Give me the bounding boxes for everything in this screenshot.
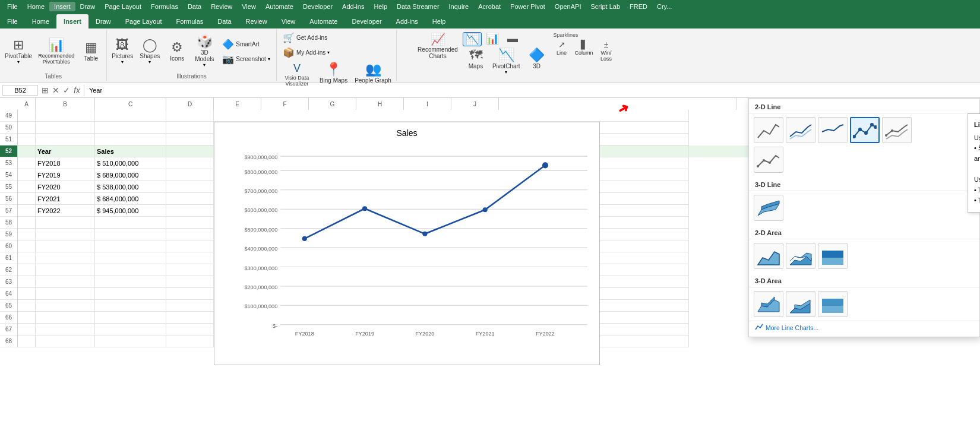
menu-file[interactable]: File bbox=[2, 2, 23, 11]
sales-chart[interactable]: Sales $- $100,000,000 $200,000,000 $300,… bbox=[214, 122, 600, 365]
cell-b57[interactable]: FY2022 bbox=[36, 205, 95, 217]
cell-d55[interactable] bbox=[166, 181, 214, 193]
formula-input[interactable] bbox=[87, 86, 978, 95]
cell-b53[interactable]: FY2018 bbox=[36, 157, 95, 169]
tab-insert[interactable]: Insert bbox=[56, 14, 88, 29]
line-with-markers-btn[interactable] bbox=[850, 117, 880, 143]
menu-developer[interactable]: Developer bbox=[298, 2, 337, 11]
menu-inquire[interactable]: Inquire bbox=[444, 2, 474, 11]
cell-b56[interactable]: FY2021 bbox=[36, 193, 95, 205]
people-graph-button[interactable]: 👥 People Graph bbox=[352, 62, 394, 88]
menu-openapi[interactable]: OpenAPI bbox=[550, 2, 586, 11]
cell-d52[interactable] bbox=[166, 145, 214, 157]
recommended-pivottables-button[interactable]: 📊 RecommendedPivotTables bbox=[36, 37, 77, 66]
icons-button[interactable]: ⚙ Icons bbox=[164, 40, 190, 63]
menu-scriptlab[interactable]: Script Lab bbox=[586, 2, 625, 11]
line-chart-btn[interactable] bbox=[754, 117, 783, 143]
my-addins-button[interactable]: 📦 My Add-ins ▾ bbox=[279, 46, 333, 59]
cell-b55[interactable]: FY2020 bbox=[36, 181, 95, 193]
chart-3d-button[interactable]: 🔷 3D bbox=[524, 48, 550, 76]
stacked-area-btn[interactable] bbox=[786, 243, 815, 269]
line-chart-button[interactable]: 📉 bbox=[463, 32, 482, 46]
tab-addins-menu[interactable]: Add-ins bbox=[389, 14, 425, 29]
cell-d49[interactable] bbox=[166, 110, 214, 122]
more-line-charts-link[interactable]: More Line Charts... bbox=[749, 321, 979, 337]
cell-a51[interactable] bbox=[18, 134, 36, 145]
tab-pagelayout[interactable]: Page Layout bbox=[118, 14, 169, 29]
cell-b51[interactable] bbox=[36, 134, 95, 145]
expand-formula-icon[interactable]: ⊞ bbox=[40, 86, 50, 95]
100pct-stacked-line-markers-btn[interactable] bbox=[754, 147, 783, 173]
get-addins-button[interactable]: 🛒 Get Add-ins bbox=[279, 31, 331, 45]
line-sparkline-button[interactable]: ↗ Line bbox=[552, 39, 571, 63]
menu-review[interactable]: Review bbox=[206, 2, 237, 11]
menu-formulas[interactable]: Formulas bbox=[146, 2, 183, 11]
pivottable-button[interactable]: ⊞ PivotTable ▾ bbox=[2, 37, 34, 66]
menu-view[interactable]: View bbox=[237, 2, 261, 11]
menu-fred[interactable]: FRED bbox=[625, 2, 652, 11]
cell-d50[interactable] bbox=[166, 122, 214, 134]
cell-a49[interactable] bbox=[18, 110, 36, 122]
confirm-formula-icon[interactable]: ✓ bbox=[62, 86, 71, 95]
tab-draw[interactable]: Draw bbox=[88, 14, 118, 29]
cell-c56[interactable]: $ 684,000,000 bbox=[95, 193, 166, 205]
menu-cry[interactable]: Cry... bbox=[652, 2, 676, 11]
cell-d56[interactable] bbox=[166, 193, 214, 205]
cancel-formula-icon[interactable]: ✕ bbox=[51, 86, 61, 95]
menu-pagelayout[interactable]: Page Layout bbox=[100, 2, 146, 11]
cell-d54[interactable] bbox=[166, 169, 214, 181]
menu-acrobat[interactable]: Acrobat bbox=[473, 2, 505, 11]
tab-review[interactable]: Review bbox=[239, 14, 274, 29]
tab-file[interactable]: File bbox=[0, 14, 25, 29]
tab-view[interactable]: View bbox=[274, 14, 303, 29]
cell-b50[interactable] bbox=[36, 122, 95, 134]
column-chart-button[interactable]: 📊 bbox=[483, 32, 502, 46]
shapes-button[interactable]: ◯ Shapes ▾ bbox=[137, 37, 163, 66]
menu-draw[interactable]: Draw bbox=[75, 2, 100, 11]
cell-c52[interactable]: Sales bbox=[95, 145, 166, 157]
tab-data[interactable]: Data bbox=[210, 14, 238, 29]
cell-b54[interactable]: FY2019 bbox=[36, 169, 95, 181]
bar-chart-button[interactable]: ▬ bbox=[503, 32, 522, 46]
100pct-area-btn[interactable] bbox=[818, 243, 848, 269]
stacked-line-markers-btn[interactable] bbox=[882, 117, 912, 143]
cell-d57[interactable] bbox=[166, 205, 214, 217]
bing-maps-button[interactable]: 📍 Bing Maps bbox=[317, 62, 350, 88]
table-button[interactable]: ▦ Table bbox=[78, 40, 104, 63]
stacked-line-btn[interactable] bbox=[786, 117, 815, 143]
cell-d53[interactable] bbox=[166, 157, 214, 169]
cell-c49[interactable] bbox=[95, 110, 166, 122]
cell-d51[interactable] bbox=[166, 134, 214, 145]
maps-button[interactable]: 🗺 Maps bbox=[463, 48, 489, 76]
3d-stacked-area-btn[interactable] bbox=[786, 291, 815, 317]
cell-a50[interactable] bbox=[18, 122, 36, 134]
menu-powerpivot[interactable]: Power Pivot bbox=[505, 2, 550, 11]
cell-c57[interactable]: $ 945,000,000 bbox=[95, 205, 166, 217]
100pct-stacked-line-btn[interactable] bbox=[818, 117, 848, 143]
cell-a53[interactable] bbox=[18, 157, 36, 169]
cell-rest-49[interactable] bbox=[214, 110, 689, 122]
pictures-button[interactable]: 🖼 Pictures ▾ bbox=[109, 37, 135, 66]
cell-a52[interactable] bbox=[18, 145, 36, 157]
menu-datastreamer[interactable]: Data Streamer bbox=[392, 2, 444, 11]
3d-line-btn[interactable] bbox=[754, 195, 783, 221]
tab-formulas[interactable]: Formulas bbox=[169, 14, 211, 29]
column-sparkline-button[interactable]: ▋ Column bbox=[573, 39, 596, 63]
cell-b49[interactable] bbox=[36, 110, 95, 122]
cell-a55[interactable] bbox=[18, 181, 36, 193]
cell-b52[interactable]: Year bbox=[36, 145, 95, 157]
menu-data[interactable]: Data bbox=[183, 2, 206, 11]
3d-100pct-area-btn[interactable] bbox=[818, 291, 848, 317]
cell-reference-input[interactable] bbox=[2, 85, 38, 96]
winloss-sparkline-button[interactable]: ± Win/Loss bbox=[597, 39, 616, 63]
tab-home[interactable]: Home bbox=[25, 14, 56, 29]
cell-a56[interactable] bbox=[18, 193, 36, 205]
cell-c55[interactable]: $ 538,000,000 bbox=[95, 181, 166, 193]
visio-button[interactable]: V Visio DataVisualizer bbox=[279, 62, 315, 88]
function-icon[interactable]: fx bbox=[72, 86, 81, 95]
cell-c54[interactable]: $ 689,000,000 bbox=[95, 169, 166, 181]
cell-c51[interactable] bbox=[95, 134, 166, 145]
smartart-button[interactable]: 🔷 SmartArt bbox=[219, 37, 274, 51]
3d-area-btn[interactable] bbox=[754, 291, 783, 317]
tab-developer[interactable]: Developer bbox=[344, 14, 388, 29]
